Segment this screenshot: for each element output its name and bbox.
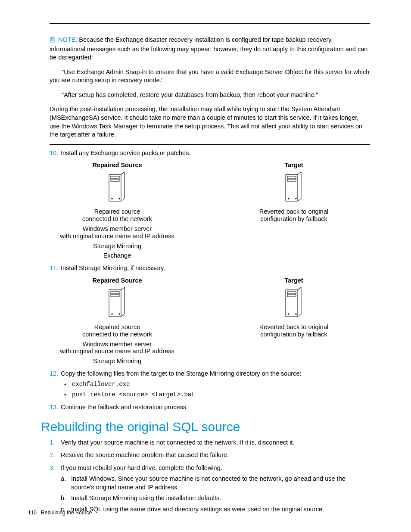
step-11: 11. Install Storage Mirroring, if necess…: [50, 264, 370, 273]
sql-step-1: 1. Verify that your source machine is no…: [50, 439, 370, 447]
tower-icon: [106, 171, 128, 206]
filename: post_restore_<source>_<target>.bat: [72, 391, 195, 399]
svg-point-14: [112, 314, 112, 314]
step-number: 3.: [50, 464, 61, 473]
substep-text: Install Windows. Since your source machi…: [71, 475, 370, 492]
substep-letter: a.: [61, 475, 71, 492]
svg-point-7: [119, 198, 120, 199]
bullet-icon: •: [64, 391, 72, 399]
step-10: 10. Install any Exchange service packs o…: [50, 149, 370, 158]
note-paragraph: NOTE: Because the Exchange disaster reco…: [50, 36, 370, 62]
caption-line: configuration by failback: [229, 215, 358, 223]
svg-point-10: [288, 198, 289, 199]
note-icon: [50, 37, 56, 45]
target-header: Target: [229, 277, 358, 284]
diagram-2-right: Target Reverted back to original configu…: [229, 277, 358, 365]
sql-step-2: 2. Resolve the source machine problem th…: [50, 451, 370, 460]
step-number: 10.: [50, 149, 61, 158]
filename: exchfailover.exe: [72, 381, 130, 389]
svg-point-15: [119, 314, 120, 314]
step-text: Install any Exchange service packs or pa…: [61, 149, 370, 158]
step-text: Verify that your source machine is not c…: [61, 439, 370, 447]
sql-substep-a: a.Install Windows. Since your source mac…: [61, 475, 370, 492]
bullet-icon: •: [64, 381, 72, 389]
sql-step-3: 3. If you must rebuild your hard drive, …: [50, 464, 370, 473]
tower-icon: [106, 286, 128, 321]
page-footer: 110 Rebuilding the Source: [28, 510, 92, 516]
diagram-1-right: Target Reverted back to original configu…: [229, 162, 358, 260]
svg-rect-16: [287, 292, 296, 294]
diagram-2: Repaired Source Repaired source connecte…: [41, 277, 370, 365]
diagram-2-left: Repaired Source Repaired source connecte…: [53, 277, 182, 365]
svg-point-18: [288, 314, 289, 314]
diagram-1-left: Repaired Source Repaired source connecte…: [53, 162, 182, 260]
step-number: 2.: [50, 451, 61, 460]
step-text: Copy the following files from the target…: [61, 370, 370, 378]
caption-line: with original source name and IP address: [53, 232, 182, 240]
caption-line: Storage Mirroring: [53, 357, 182, 365]
step-number: 11.: [50, 264, 61, 273]
target-header: Target: [229, 162, 358, 168]
step-text: Continue the failback and restoration pr…: [61, 403, 370, 412]
caption-line: connected to the network: [53, 215, 182, 223]
svg-rect-13: [111, 295, 119, 297]
tower-icon: [283, 171, 305, 206]
substep-text: Install SQL using the same drive and dir…: [71, 505, 324, 514]
step-number: 1.: [50, 439, 61, 447]
step-number: 13.: [50, 403, 61, 412]
svg-point-19: [296, 314, 296, 314]
svg-rect-17: [287, 295, 296, 297]
caption-line: Exchange: [53, 252, 182, 260]
quote-1: "Use Exchange Admin Snap-in to ensure th…: [50, 68, 370, 85]
step-12: 12. Copy the following files from the ta…: [50, 370, 370, 378]
svg-rect-9: [287, 179, 296, 181]
step-text: Resolve the source machine problem that …: [61, 451, 370, 460]
caption-line: with original source name and IP address: [53, 347, 182, 355]
caption-line: Storage Mirroring: [53, 242, 182, 250]
svg-rect-12: [111, 292, 119, 294]
repaired-source-header: Repaired Source: [53, 277, 182, 284]
svg-point-11: [296, 198, 296, 199]
step-text: If you must rebuild your hard drive, com…: [61, 464, 370, 473]
svg-rect-8: [287, 176, 296, 178]
svg-rect-5: [111, 179, 119, 181]
page-number: 110: [28, 510, 37, 516]
note-label: NOTE:: [58, 36, 79, 43]
bullet-item: •exchfailover.exe: [64, 381, 370, 389]
note-text: Because the Exchange disaster recovery i…: [50, 36, 367, 61]
step-13: 13. Continue the failback and restoratio…: [50, 403, 370, 412]
step-text: Install Storage Mirroring, if necessary.: [61, 264, 370, 273]
sql-substep-c: c.Install SQL using the same drive and d…: [61, 505, 370, 514]
note-block: NOTE: Because the Exchange disaster reco…: [50, 36, 370, 62]
caption-line: connected to the network: [53, 330, 182, 339]
post-install-para: During the post-installation processing,…: [50, 105, 370, 139]
substep-text: Install Storage Mirroring using the inst…: [71, 494, 221, 503]
bullet-item: •post_restore_<source>_<target>.bat: [64, 391, 370, 399]
svg-point-6: [112, 198, 112, 199]
substep-letter: b.: [61, 494, 71, 503]
caption-line: configuration by failback: [229, 330, 358, 339]
svg-rect-4: [111, 176, 119, 178]
tower-icon: [283, 286, 305, 321]
section-heading: Rebuilding the original SQL source: [41, 420, 370, 434]
sql-substep-b: b.Install Storage Mirroring using the in…: [61, 494, 370, 503]
repaired-source-header: Repaired Source: [53, 162, 182, 168]
diagram-1: Repaired Source Repaired source connecte…: [41, 162, 370, 260]
footer-section: Rebuilding the Source: [41, 510, 92, 516]
quote-2: "After setup has completed, restore your…: [50, 91, 370, 100]
step-number: 12.: [50, 370, 61, 378]
